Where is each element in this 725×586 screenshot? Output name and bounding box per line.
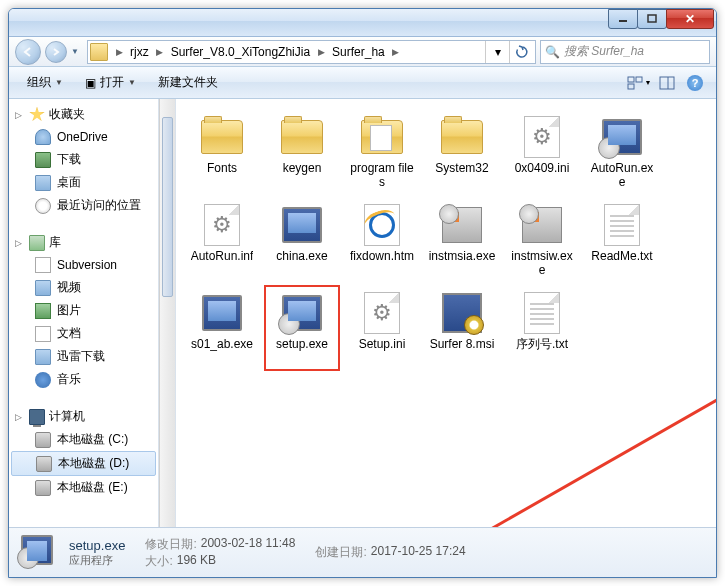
sidebar-item-pictures[interactable]: 图片 xyxy=(9,299,158,322)
file-icon xyxy=(278,203,326,247)
file-pane[interactable]: Fontskeygenprogram filesSystem320x0409.i… xyxy=(176,99,716,527)
file-label: Surfer 8.msi xyxy=(430,337,495,351)
open-button[interactable]: ▣打开 ▼ xyxy=(75,70,146,95)
explorer-window: ✕ ▼ ▶ rjxz ▶ Surfer_V8.0_XiTongZhiJia ▶ … xyxy=(8,8,717,578)
breadcrumb-seg-0[interactable]: rjxz xyxy=(126,41,153,63)
svg-rect-2 xyxy=(628,77,634,82)
file-icon xyxy=(598,115,646,159)
sidebar-item-drive-d[interactable]: 本地磁盘 (D:) xyxy=(11,451,156,476)
file-item[interactable]: program files xyxy=(344,109,420,195)
file-item[interactable]: setup.exe xyxy=(264,285,340,371)
file-label: instmsia.exe xyxy=(429,249,496,263)
breadcrumb-chevron[interactable]: ▶ xyxy=(314,47,328,57)
toolbar: 组织 ▼ ▣打开 ▼ 新建文件夹 ▼ ? xyxy=(9,67,716,99)
history-dropdown[interactable]: ▼ xyxy=(71,47,83,56)
file-item[interactable]: s01_ab.exe xyxy=(184,285,260,371)
create-date-label: 创建日期: xyxy=(315,544,366,561)
organize-button[interactable]: 组织 ▼ xyxy=(17,70,73,95)
file-item[interactable]: instmsia.exe xyxy=(424,197,500,283)
svn-icon xyxy=(35,257,51,273)
file-item[interactable]: keygen xyxy=(264,109,340,195)
refresh-button[interactable] xyxy=(509,41,533,63)
drive-icon xyxy=(35,432,51,448)
breadcrumb-seg-2[interactable]: Surfer_ha xyxy=(328,41,389,63)
file-label: china.exe xyxy=(276,249,327,263)
file-item[interactable]: AutoRun.exe xyxy=(584,109,660,195)
breadcrumb[interactable]: ▶ rjxz ▶ Surfer_V8.0_XiTongZhiJia ▶ Surf… xyxy=(87,40,536,64)
file-item[interactable]: ReadMe.txt xyxy=(584,197,660,283)
picture-icon xyxy=(35,303,51,319)
view-options-button[interactable]: ▼ xyxy=(626,71,652,95)
sidebar-item-downloads[interactable]: 下载 xyxy=(9,148,158,171)
libraries-header[interactable]: ▷库 xyxy=(9,231,158,254)
file-icon xyxy=(358,291,406,335)
download-icon xyxy=(35,152,51,168)
file-label: program files xyxy=(348,161,416,189)
file-icon xyxy=(438,291,486,335)
file-item[interactable]: Fonts xyxy=(184,109,260,195)
details-pane: setup.exe 应用程序 修改日期:2003-02-18 11:48 大小:… xyxy=(9,527,716,577)
sidebar-scrollbar[interactable] xyxy=(159,99,176,527)
file-item[interactable]: System32 xyxy=(424,109,500,195)
file-item[interactable]: AutoRun.inf xyxy=(184,197,260,283)
back-button[interactable] xyxy=(15,39,41,65)
address-dropdown[interactable]: ▾ xyxy=(485,41,509,63)
search-input[interactable]: 🔍 搜索 Surfer_ha xyxy=(540,40,710,64)
breadcrumb-chevron[interactable]: ▶ xyxy=(389,47,403,57)
file-label: Fonts xyxy=(207,161,237,175)
new-folder-button[interactable]: 新建文件夹 xyxy=(148,70,228,95)
help-button[interactable]: ? xyxy=(682,71,708,95)
file-label: s01_ab.exe xyxy=(191,337,253,351)
sidebar-item-drive-e[interactable]: 本地磁盘 (E:) xyxy=(9,476,158,499)
minimize-button[interactable] xyxy=(608,9,638,29)
close-button[interactable]: ✕ xyxy=(666,9,714,29)
forward-button[interactable] xyxy=(45,41,67,63)
file-label: AutoRun.exe xyxy=(588,161,656,189)
file-item[interactable]: 0x0409.ini xyxy=(504,109,580,195)
breadcrumb-chevron[interactable]: ▶ xyxy=(112,47,126,57)
arrow-left-icon xyxy=(22,46,34,58)
file-item[interactable]: Setup.ini xyxy=(344,285,420,371)
file-icon xyxy=(518,203,566,247)
sidebar-item-drive-c[interactable]: 本地磁盘 (C:) xyxy=(9,428,158,451)
breadcrumb-chevron[interactable]: ▶ xyxy=(153,47,167,57)
computer-header[interactable]: ▷计算机 xyxy=(9,405,158,428)
help-icon: ? xyxy=(687,75,703,91)
file-label: 序列号.txt xyxy=(516,337,568,351)
file-item[interactable]: 序列号.txt xyxy=(504,285,580,371)
libraries-section: ▷库 Subversion 视频 图片 文档 迅雷下载 音乐 xyxy=(9,231,158,391)
scrollbar-thumb[interactable] xyxy=(162,117,173,297)
computer-section: ▷计算机 本地磁盘 (C:) 本地磁盘 (D:) 本地磁盘 (E:) xyxy=(9,405,158,499)
sidebar-item-recent[interactable]: 最近访问的位置 xyxy=(9,194,158,217)
file-icon xyxy=(438,115,486,159)
favorites-header[interactable]: ▷收藏夹 xyxy=(9,103,158,126)
sidebar-item-subversion[interactable]: Subversion xyxy=(9,254,158,276)
file-label: System32 xyxy=(435,161,488,175)
svg-line-7 xyxy=(456,349,716,527)
preview-pane-button[interactable] xyxy=(654,71,680,95)
file-item[interactable]: fixdown.htm xyxy=(344,197,420,283)
sidebar-item-xunlei[interactable]: 迅雷下载 xyxy=(9,345,158,368)
sidebar-item-desktop[interactable]: 桌面 xyxy=(9,171,158,194)
arrow-right-icon xyxy=(51,47,61,57)
breadcrumb-seg-1[interactable]: Surfer_V8.0_XiTongZhiJia xyxy=(167,41,314,63)
folder-icon xyxy=(90,43,108,61)
file-item[interactable]: china.exe xyxy=(264,197,340,283)
mod-date-label: 修改日期: xyxy=(145,536,196,553)
favorites-section: ▷收藏夹 OneDrive 下载 桌面 最近访问的位置 xyxy=(9,103,158,217)
file-label: 0x0409.ini xyxy=(515,161,570,175)
maximize-button[interactable] xyxy=(637,9,667,29)
drive-icon xyxy=(36,456,52,472)
sidebar-item-music[interactable]: 音乐 xyxy=(9,368,158,391)
sidebar-item-videos[interactable]: 视频 xyxy=(9,276,158,299)
sidebar-item-onedrive[interactable]: OneDrive xyxy=(9,126,158,148)
file-item[interactable]: instmsiw.exe xyxy=(504,197,580,283)
music-icon xyxy=(35,372,51,388)
file-item[interactable]: Surfer 8.msi xyxy=(424,285,500,371)
file-icon xyxy=(358,203,406,247)
file-icon xyxy=(598,203,646,247)
file-label: AutoRun.inf xyxy=(191,249,254,263)
desktop-icon xyxy=(35,175,51,191)
file-icon xyxy=(518,291,566,335)
sidebar-item-documents[interactable]: 文档 xyxy=(9,322,158,345)
